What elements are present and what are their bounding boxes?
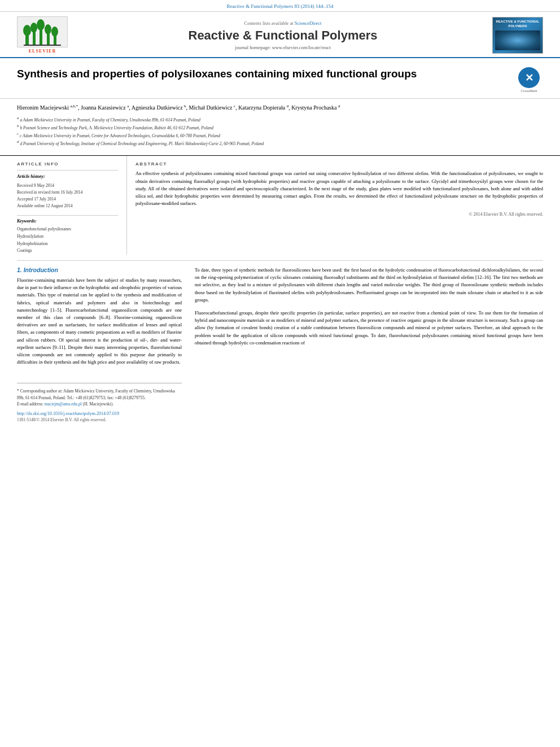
elsevier-label: ELSEVIER	[29, 49, 56, 54]
journal-cover: REACTIVE & FUNCTIONAL POLYMERS	[492, 17, 543, 54]
sciencedirect-anchor[interactable]: ScienceDirect	[295, 20, 322, 26]
header-center: Contents lists available at ScienceDirec…	[73, 20, 492, 50]
crossmark-icon: ✕	[518, 67, 540, 88]
svg-rect-4	[40, 29, 42, 45]
info-abstract-section: ARTICLE INFO Article history: Received 9…	[0, 155, 560, 255]
email-link[interactable]: maciejm@amu.edu.pl	[45, 401, 82, 407]
received-date: Received 9 May 2014	[17, 182, 118, 189]
journal-header: ELSEVIER Contents lists available at Sci…	[0, 12, 560, 58]
svg-rect-0	[25, 35, 29, 45]
abstract-col: ABSTRACT An effective synthesis of polys…	[127, 156, 543, 255]
svg-point-7	[45, 24, 51, 34]
authors-line: Hieronim Maciejewski a,b,*, Joanna Karas…	[17, 103, 543, 112]
author-prochaska: Krystyna Prochaska d	[291, 104, 340, 111]
journal-reference-text: Reactive & Functional Polymers 83 (2014)…	[227, 3, 334, 9]
svg-rect-6	[47, 34, 50, 45]
doi-line: http://dx.doi.org/10.1016/j.reactfunctpo…	[17, 411, 182, 416]
content-divider	[17, 260, 543, 261]
doi-link[interactable]: http://dx.doi.org/10.1016/j.reactfunctpo…	[17, 411, 119, 416]
header-left: ELSEVIER	[11, 16, 73, 54]
received-revised-date: Received in revised form 16 July 2014	[17, 189, 118, 196]
intro-right-text: To date, three types of synthetic method…	[195, 267, 543, 304]
crossmark-symbol: ✕	[525, 72, 533, 84]
keyword-4: Coatings	[17, 247, 118, 255]
abstract-text: An effective synthesis of polysiloxanes …	[135, 170, 543, 207]
journal-title: Reactive & Functional Polymers	[73, 28, 492, 43]
crossmark-label: CrossMark	[520, 89, 537, 93]
affiliation-b: b b Poznań Science and Technology Park, …	[17, 123, 543, 131]
author-dutkiewicz-a: Agnieszka Dutkiewicz b	[132, 104, 186, 111]
author-dutkiewicz-m: Michał Dutkiewicz c	[189, 104, 236, 111]
svg-rect-8	[54, 36, 56, 45]
affiliation-a: a a Adam Mickiewicz University in Poznań…	[17, 115, 543, 123]
history-label: Article history:	[17, 173, 118, 181]
author-dopierala: Katarzyna Dopierała d	[238, 104, 288, 111]
main-col-left: 1. Introduction Fluorine-containing mate…	[17, 267, 192, 422]
keywords-label: Keywords:	[17, 219, 118, 224]
copyright-text: © 2014 Elsevier B.V. All rights reserved…	[135, 212, 543, 217]
elsevier-logo-image	[17, 16, 68, 47]
keyword-1: Organofunctional polysiloxanes	[17, 226, 118, 233]
journal-homepage: journal homepage: www.elsevier.com/locat…	[73, 45, 492, 50]
sciencedirect-link[interactable]: Contents lists available at ScienceDirec…	[73, 20, 492, 26]
email-label: E-mail address:	[17, 401, 45, 407]
intro-left-text: Fluorine-containing materials have been …	[17, 277, 182, 366]
accepted-date: Accepted 17 July 2014	[17, 196, 118, 203]
svg-rect-2	[33, 32, 36, 45]
header-right: REACTIVE & FUNCTIONAL POLYMERS	[492, 17, 549, 54]
available-date: Available online 12 August 2014	[17, 203, 118, 209]
intro-title: 1. Introduction	[17, 267, 182, 273]
homepage-label: journal homepage: www.elsevier.com/locat…	[235, 45, 331, 50]
svg-point-3	[30, 23, 37, 33]
abstract-heading: ABSTRACT	[135, 161, 543, 167]
author-karasiewicz: Joanna Karasiewicz a	[81, 104, 129, 111]
article-title-section: Synthesis and properties of polysiloxane…	[0, 58, 560, 99]
contents-label: Contents lists available at	[244, 20, 294, 26]
keywords-section: Keywords: Organofunctional polysiloxanes…	[17, 215, 118, 255]
footnote-area: * Corresponding author at: Adam Mickiewi…	[17, 383, 182, 422]
journal-reference-bar: Reactive & Functional Polymers 83 (2014)…	[0, 0, 560, 12]
svg-rect-10	[24, 45, 61, 46]
article-info-col: ARTICLE INFO Article history: Received 9…	[17, 156, 127, 255]
keyword-3: Hydrophobization	[17, 241, 118, 248]
author-maciejewski: Hieronim Maciejewski a,b,*	[17, 104, 78, 111]
keyword-2: Hydrosilylation	[17, 233, 118, 241]
svg-point-5	[37, 19, 45, 30]
cover-image	[495, 30, 540, 50]
authors-section: Hieronim Maciejewski a,b,*, Joanna Karas…	[0, 99, 560, 151]
affiliation-c: c c Adam Mickiewicz University in Poznań…	[17, 131, 543, 139]
affiliations: a a Adam Mickiewicz University in Poznań…	[17, 115, 543, 146]
intro-right-text-2: Fluorocarbofunctional groups, despite th…	[195, 309, 543, 347]
email-name: (H. Maciejewski).	[83, 401, 113, 407]
issn-line: 1381-5148/© 2014 Elsevier B.V. All right…	[17, 417, 182, 422]
cover-title: REACTIVE & FUNCTIONAL POLYMERS	[495, 20, 540, 29]
svg-point-1	[23, 25, 31, 36]
svg-point-9	[51, 27, 58, 37]
article-history: Article history: Received 9 May 2014 Rec…	[17, 170, 118, 209]
article-title: Synthesis and properties of polysiloxane…	[17, 67, 506, 81]
corresponding-footnote: * Corresponding author at: Adam Mickiewi…	[17, 388, 182, 401]
elsevier-logo: ELSEVIER	[11, 16, 73, 54]
email-footnote: E-mail address: maciejm@amu.edu.pl (H. M…	[17, 401, 182, 408]
main-col-right: To date, three types of synthetic method…	[192, 267, 543, 422]
main-content: 1. Introduction Fluorine-containing mate…	[0, 267, 560, 422]
article-info-heading: ARTICLE INFO	[17, 161, 118, 167]
crossmark-badge[interactable]: ✕ CrossMark	[515, 67, 543, 93]
affiliation-d: d d Poznań University of Technology, Ins…	[17, 139, 543, 147]
